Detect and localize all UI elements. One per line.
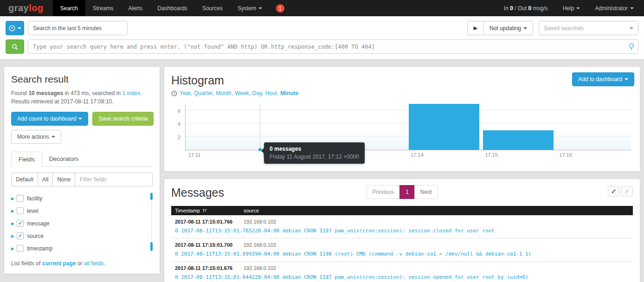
chevron-right-icon[interactable] bbox=[11, 196, 17, 201]
refresh-interval-label: Not updating bbox=[489, 25, 521, 32]
logo-text-log: log bbox=[29, 3, 44, 13]
chevron-down-icon bbox=[18, 27, 21, 29]
scrollbar-thumb[interactable] bbox=[150, 242, 153, 251]
field-row-facility: facility bbox=[11, 192, 153, 205]
pagination: Previous 1 Next bbox=[366, 185, 438, 199]
scrollbar-thumb[interactable] bbox=[150, 193, 153, 200]
throughput-out-value: 0 bbox=[528, 5, 532, 12]
y-tick-label: 2 bbox=[178, 135, 180, 140]
message-timestamp: 2017-08-11 17:15:01.676 bbox=[171, 265, 240, 271]
pagination-previous[interactable]: Previous bbox=[366, 185, 400, 199]
search-query-input[interactable] bbox=[28, 39, 638, 54]
more-actions-button[interactable]: More actions bbox=[11, 130, 61, 144]
save-search-criteria-button[interactable]: Save search criteria bbox=[92, 112, 154, 126]
chevron-right-icon[interactable] bbox=[11, 209, 17, 213]
saved-searches-select[interactable]: Saved searches bbox=[539, 21, 638, 35]
resolution-week[interactable]: Week bbox=[235, 90, 251, 96]
resolution-day[interactable]: Day bbox=[252, 90, 264, 96]
field-row-timestamp: timestamp bbox=[11, 242, 153, 255]
field-checkbox-facility[interactable] bbox=[17, 195, 24, 202]
resolution-month[interactable]: Month bbox=[216, 90, 233, 96]
resolution-hour[interactable]: Hour bbox=[265, 90, 279, 96]
field-checkbox-timestamp[interactable] bbox=[17, 245, 24, 252]
x-tick-label: 17:16 bbox=[555, 152, 576, 158]
collapse-all-button[interactable] bbox=[621, 186, 633, 197]
field-checkbox-level[interactable] bbox=[17, 207, 24, 214]
chevron-right-icon[interactable] bbox=[11, 234, 17, 238]
graylog-logo[interactable]: graylog bbox=[0, 0, 53, 16]
refresh-interval-button[interactable]: Not updating bbox=[483, 21, 533, 35]
resolution-minute[interactable]: Minute bbox=[280, 90, 298, 96]
message-text[interactable]: 0 2017-08-11T13:15:01.765228-04:00 debia… bbox=[171, 226, 633, 238]
search-bar-panel: ▶ Not updating Saved searches bbox=[0, 16, 644, 60]
nav-item-streams[interactable]: Streams bbox=[85, 0, 121, 16]
timerange-input[interactable] bbox=[28, 21, 128, 35]
nav-item-search[interactable]: Search bbox=[53, 0, 85, 16]
pagination-page-1[interactable]: 1 bbox=[399, 185, 415, 199]
message-row[interactable]: 2017-08-11 17:15:01.766 192.168.0.102 0 … bbox=[171, 215, 633, 238]
fields-none-button[interactable]: None bbox=[52, 173, 75, 186]
all-fields-link[interactable]: all fields bbox=[84, 260, 104, 267]
notification-badge[interactable]: 1 bbox=[276, 4, 284, 13]
histogram-title: Histogram bbox=[171, 74, 633, 87]
message-text[interactable]: 0 2017-08-11T13:15:01.699394-04:00 debia… bbox=[171, 249, 633, 261]
filter-fields-input[interactable] bbox=[75, 173, 153, 186]
histogram-bar[interactable] bbox=[483, 130, 554, 150]
user-menu[interactable]: Administrator bbox=[587, 5, 644, 12]
navbar-right: In 0 / Out 0 msg/s Help Administrator bbox=[496, 0, 644, 16]
message-text[interactable]: 0 2017-08-11T13:15:01.644228-04:00 debia… bbox=[171, 272, 633, 282]
add-to-dashboard-label: Add to dashboard bbox=[578, 76, 622, 83]
fields-all-button[interactable]: All bbox=[38, 173, 53, 186]
search-result-title: Search result bbox=[11, 74, 153, 85]
timestamp-column-header[interactable]: Timestamp bbox=[171, 208, 240, 213]
field-label: facility bbox=[27, 195, 42, 202]
resolution-year[interactable]: Year bbox=[180, 90, 192, 96]
nav-item-alerts[interactable]: Alerts bbox=[121, 0, 150, 16]
histogram-bar[interactable] bbox=[409, 104, 479, 150]
tab-decorators[interactable]: Decorators bbox=[42, 152, 86, 167]
source-column-header[interactable]: source bbox=[240, 208, 263, 213]
tab-fields[interactable]: Fields bbox=[11, 152, 42, 167]
fields-default-button[interactable]: Default bbox=[11, 173, 38, 186]
expand-diagonal-icon bbox=[611, 189, 616, 194]
main-nav: Search Streams Alerts Dashboards Sources… bbox=[53, 0, 284, 16]
field-checkbox-message[interactable] bbox=[17, 220, 24, 227]
nav-item-system[interactable]: System bbox=[230, 0, 270, 16]
chart-tooltip: 0 messages Friday 11 August 2017, 17:12 … bbox=[264, 142, 365, 164]
x-tick-label: 17:15 bbox=[481, 152, 502, 158]
timerange-dropdown-button[interactable] bbox=[6, 21, 24, 35]
message-row[interactable]: 2017-08-11 17:15:01.676 192.168.0.102 0 … bbox=[171, 262, 633, 282]
field-checkbox-source[interactable] bbox=[17, 232, 24, 239]
user-label: Administrator bbox=[595, 5, 628, 12]
play-button[interactable]: ▶ bbox=[467, 21, 484, 35]
clock-icon bbox=[9, 25, 15, 32]
plot-area[interactable]: 0 messages Friday 11 August 2017, 17:12 … bbox=[185, 104, 631, 150]
chevron-down-icon bbox=[523, 27, 527, 29]
index-link[interactable]: 1 index. bbox=[122, 90, 142, 96]
help-menu[interactable]: Help bbox=[555, 5, 588, 12]
message-row[interactable]: 2017-08-11 17:15:01.700 192.168.0.102 0 … bbox=[171, 238, 633, 262]
pagination-next[interactable]: Next bbox=[414, 185, 438, 199]
found-mid: in 473 ms, searched in bbox=[64, 90, 121, 96]
nav-item-sources[interactable]: Sources bbox=[195, 0, 230, 16]
chevron-right-icon[interactable] bbox=[11, 221, 17, 226]
chart-crosshair bbox=[260, 104, 260, 150]
add-count-to-dashboard-button[interactable]: Add count to dashboard bbox=[11, 112, 88, 126]
more-actions-label: More actions bbox=[17, 134, 49, 140]
field-row-message: message bbox=[11, 217, 153, 230]
search-submit-button[interactable] bbox=[6, 39, 24, 54]
lightbulb-icon[interactable] bbox=[629, 43, 634, 50]
messages-table-header: Timestamp source bbox=[171, 206, 633, 215]
refresh-controls: ▶ Not updating bbox=[467, 21, 533, 35]
help-label: Help bbox=[563, 5, 574, 12]
throughput-unit: msg/s bbox=[533, 5, 548, 12]
expand-all-button[interactable] bbox=[608, 186, 619, 197]
nav-item-dashboards[interactable]: Dashboards bbox=[150, 0, 195, 16]
x-tick-label: 17:14 bbox=[407, 152, 427, 158]
resolution-quarter[interactable]: Quarter bbox=[194, 90, 214, 96]
add-to-dashboard-button[interactable]: Add to dashboard bbox=[572, 72, 634, 86]
throughput-sep: / Out bbox=[515, 5, 527, 12]
y-tick-label: 4 bbox=[178, 121, 180, 127]
chevron-right-icon[interactable] bbox=[11, 246, 17, 251]
current-page-link[interactable]: current page bbox=[42, 260, 76, 267]
